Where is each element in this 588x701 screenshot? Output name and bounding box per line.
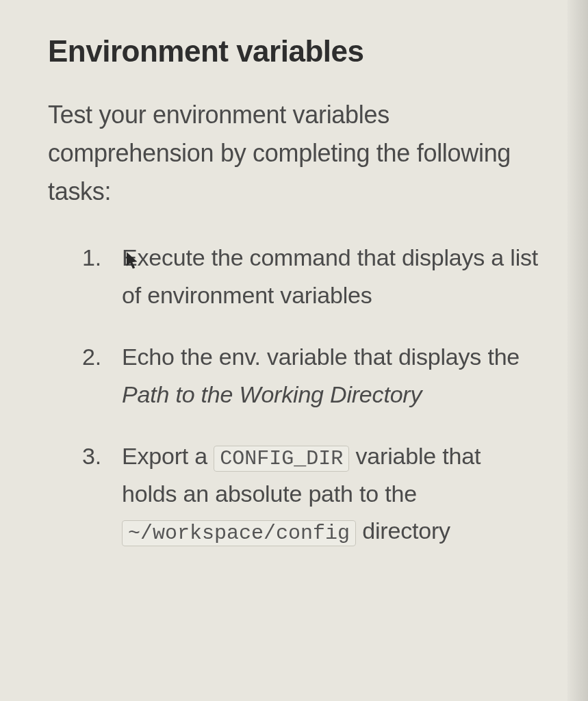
task-1-text: Execute the command that displays a list… bbox=[122, 244, 538, 307]
code-config-dir: CONFIG_DIR bbox=[214, 446, 349, 472]
task-item-2: Echo the env. variable that displays the… bbox=[94, 338, 540, 413]
task-item-3: Export a CONFIG_DIR variable that holds … bbox=[94, 437, 540, 550]
task-3-text-a: Export a bbox=[122, 443, 214, 469]
code-path: ~/workspace/config bbox=[122, 520, 356, 546]
task-item-1: Execute the command that displays a list… bbox=[94, 239, 540, 314]
task-3-text-c: directory bbox=[356, 518, 450, 544]
task-2-italic: Path to the Working Directory bbox=[122, 381, 422, 407]
task-2-text-a: Echo the env. variable that displays the bbox=[122, 344, 520, 370]
intro-paragraph: Test your environment variables comprehe… bbox=[48, 96, 540, 210]
task-list: Execute the command that displays a list… bbox=[48, 239, 540, 550]
page-heading: Environment variables bbox=[48, 34, 540, 68]
